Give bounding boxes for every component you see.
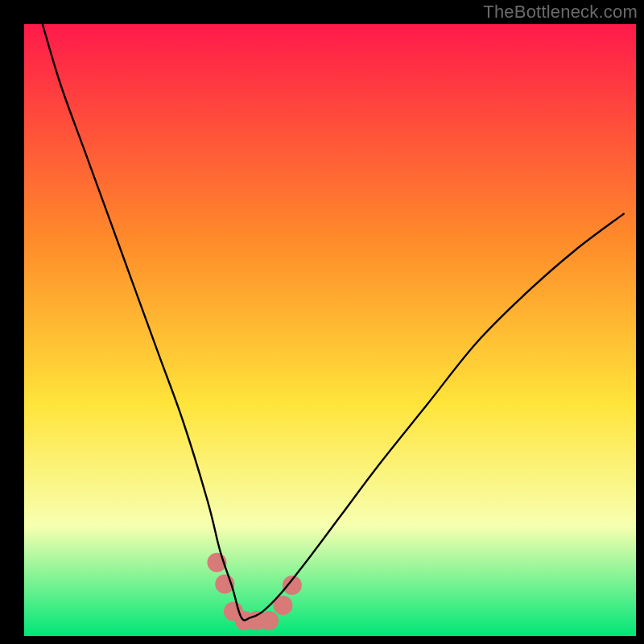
chart-stage: TheBottleneck.com bbox=[0, 0, 644, 644]
plot-background bbox=[24, 24, 636, 636]
highlight-dot bbox=[259, 611, 279, 630]
bottleneck-chart bbox=[0, 0, 644, 644]
attribution-label: TheBottleneck.com bbox=[483, 2, 638, 23]
